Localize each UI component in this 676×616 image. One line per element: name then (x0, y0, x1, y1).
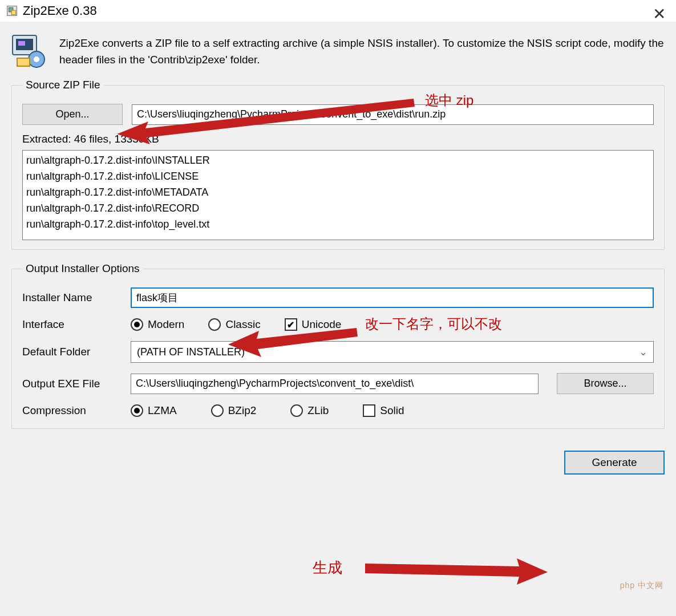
default-folder-label: Default Folder (22, 346, 131, 358)
app-icon (6, 5, 18, 17)
content-area: Zip2Exe converts a ZIP file to a self ex… (0, 22, 676, 447)
radio-label: BZip2 (228, 404, 257, 417)
interface-label: Interface (22, 318, 131, 331)
output-exe-label: Output EXE File (22, 378, 131, 390)
header-description: Zip2Exe converts a ZIP file to a self ex… (59, 33, 665, 68)
radio-label: Classic (225, 318, 260, 331)
header-row: Zip2Exe converts a ZIP file to a self ex… (11, 33, 665, 68)
output-exe-input[interactable] (131, 374, 539, 394)
radio-label: LZMA (148, 404, 177, 417)
extracted-file-list[interactable]: run\altgraph-0.17.2.dist-info\INSTALLER … (22, 150, 654, 240)
radio-icon (131, 318, 143, 331)
list-item: run\altgraph-0.17.2.dist-info\LICENSE (26, 169, 650, 185)
installer-name-input[interactable] (131, 287, 654, 308)
list-item: run\altgraph-0.17.2.dist-info\METADATA (26, 185, 650, 201)
svg-point-7 (34, 56, 39, 62)
source-zip-group: Source ZIP File Open... Extracted: 46 fi… (11, 79, 665, 250)
extracted-status: Extracted: 46 files, 13339KB (22, 133, 654, 145)
select-value: (PATH OF INSTALLER) (137, 346, 245, 358)
open-button[interactable]: Open... (22, 104, 123, 125)
interface-radio-modern[interactable]: Modern (131, 318, 184, 331)
close-icon[interactable]: ✕ (653, 5, 666, 23)
compression-radio-lzma[interactable]: LZMA (131, 404, 177, 417)
generate-button[interactable]: Generate (564, 451, 665, 475)
radio-icon (131, 404, 143, 417)
svg-rect-5 (18, 41, 25, 46)
radio-label: Modern (148, 318, 184, 331)
checkbox-icon (285, 318, 297, 331)
interface-checkbox-unicode[interactable]: Unicode (285, 318, 342, 331)
watermark-text: php 中文网 (620, 581, 663, 591)
zip-path-input[interactable] (132, 104, 654, 125)
window-title: Zip2Exe 0.38 (23, 3, 97, 18)
radio-icon (290, 404, 303, 417)
radio-icon (208, 318, 221, 331)
output-options-legend: Output Installer Options (22, 262, 143, 275)
checkbox-label: Unicode (302, 318, 342, 331)
svg-marker-11 (365, 558, 548, 585)
default-folder-select[interactable]: (PATH OF INSTALLER) ⌄ (131, 341, 654, 363)
generate-row: Generate (0, 447, 676, 483)
chevron-down-icon: ⌄ (639, 346, 647, 358)
radio-label: ZLib (307, 404, 329, 417)
annotation-generate: 生成 (313, 558, 342, 578)
checkbox-label: Solid (380, 404, 404, 417)
compression-label: Compression (22, 404, 131, 417)
arrow-icon (365, 556, 548, 588)
list-item: run\altgraph-0.17.2.dist-info\RECORD (26, 201, 650, 217)
installer-name-label: Installer Name (22, 291, 131, 304)
output-options-group: Output Installer Options Installer Name … (11, 262, 665, 429)
interface-radio-classic[interactable]: Classic (208, 318, 260, 331)
svg-rect-2 (11, 10, 15, 14)
list-item: run\altgraph-0.17.2.dist-info\top_level.… (26, 217, 650, 233)
svg-rect-8 (17, 58, 30, 66)
radio-icon (211, 404, 224, 417)
titlebar: Zip2Exe 0.38 ✕ (0, 0, 676, 22)
compression-checkbox-solid[interactable]: Solid (363, 404, 404, 417)
zip2exe-icon (11, 33, 49, 68)
browse-button[interactable]: Browse... (557, 373, 654, 394)
list-item: run\altgraph-0.17.2.dist-info\INSTALLER (26, 153, 650, 169)
source-zip-legend: Source ZIP File (22, 79, 104, 91)
checkbox-icon (363, 404, 375, 417)
compression-radio-zlib[interactable]: ZLib (290, 404, 329, 417)
compression-radio-bzip2[interactable]: BZip2 (211, 404, 257, 417)
